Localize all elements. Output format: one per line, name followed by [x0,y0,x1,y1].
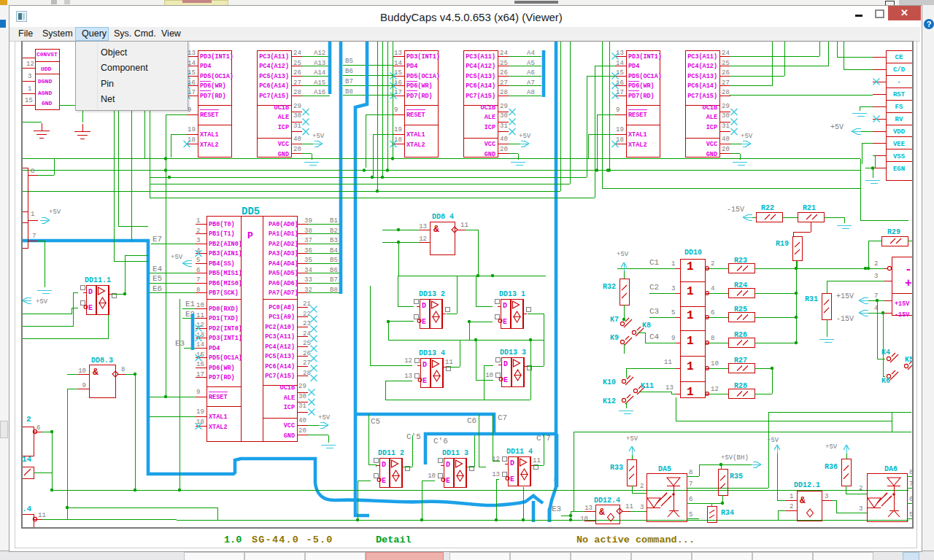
svg-text:13: 13 [394,50,402,57]
svg-text:PC6(A14): PC6(A14) [687,82,717,90]
svg-text:12: 12 [711,386,719,393]
svg-text:PB2(AIN0): PB2(AIN0) [209,241,242,248]
svg-text:DD13 1: DD13 1 [499,290,525,298]
svg-text:XTAL2: XTAL2 [209,424,228,431]
svg-text:PA0(AD0): PA0(AD0) [269,221,298,228]
svg-text:-15V: -15V [727,206,744,214]
svg-text:24: 24 [293,50,301,57]
svg-text:3: 3 [196,237,200,244]
svg-text:17: 17 [188,89,196,96]
svg-text:C2: C2 [649,283,659,292]
svg-text:13: 13 [584,505,593,512]
svg-text:2: 2 [874,260,878,268]
svg-text:+5V(BH): +5V(BH) [721,454,749,462]
svg-text:6: 6 [689,496,692,503]
svg-text:PD3(INT1): PD3(INT1) [200,53,234,61]
svg-text:PD7(RD): PD7(RD) [209,374,235,381]
svg-text:K8: K8 [642,322,651,330]
svg-text:20: 20 [500,146,508,153]
svg-text:29: 29 [293,103,301,110]
svg-text:ALE: ALE [706,114,717,121]
svg-text:RESET: RESET [200,112,219,119]
svg-text:B7: B7 [345,78,353,85]
svg-text:R19: R19 [776,240,789,248]
svg-text:PB0(T0): PB0(T0) [209,221,235,228]
svg-text:GND: GND [485,151,495,158]
svg-text:DD8.3: DD8.3 [91,357,113,365]
svg-text:VCC: VCC [706,141,717,148]
svg-text:C6: C6 [467,416,476,425]
svg-text:16: 16 [188,79,196,87]
svg-text:+5V: +5V [519,133,531,140]
svg-text:8: 8 [196,287,200,294]
svg-text:E: E [510,475,514,483]
svg-text:C/D: C/D [893,66,906,74]
svg-text:14: 14 [188,60,196,67]
svg-text:2: 2 [859,485,862,492]
svg-text:12: 12 [26,61,34,68]
svg-text:11: 11 [196,312,204,319]
svg-text:A15: A15 [314,79,325,87]
svg-text:A13: A13 [314,60,325,67]
svg-text:26: 26 [303,350,311,357]
svg-text:1: 1 [196,217,200,225]
svg-text:31: 31 [293,122,301,130]
svg-text:PD3(INT1): PD3(INT1) [406,53,440,61]
svg-text:13: 13 [665,384,674,392]
svg-text:B8: B8 [330,287,338,294]
svg-text:11: 11 [533,457,541,464]
svg-text:30: 30 [298,393,306,400]
svg-text:5: 5 [909,511,912,518]
svg-text:7: 7 [689,481,692,488]
svg-text:19: 19 [616,126,624,133]
svg-text:D: D [88,288,93,296]
svg-text:-: - [905,263,912,276]
svg-text:39: 39 [304,217,312,225]
svg-text:25: 25 [500,60,508,67]
svg-text:10: 10 [196,302,204,309]
svg-text:+15V: +15V [836,292,854,300]
svg-text:B6: B6 [345,68,353,75]
svg-text:2: 2 [790,503,793,510]
svg-text:24: 24 [500,50,508,57]
svg-text:PD4: PD4 [406,63,417,70]
svg-text:PC6(A14): PC6(A14) [259,82,289,90]
svg-text:22: 22 [303,311,311,318]
svg-text:26: 26 [293,69,301,77]
svg-text:DD8 4: DD8 4 [432,213,454,221]
svg-text:PC3(A11): PC3(A11) [265,333,295,341]
svg-text:DD13 4: DD13 4 [419,349,445,357]
svg-text:1: 1 [687,360,694,373]
svg-text:12: 12 [404,357,412,365]
svg-text:PC4(A12): PC4(A12) [259,63,289,70]
svg-text:C4: C4 [649,332,660,341]
svg-text:OC1B: OC1B [280,384,295,392]
svg-text:&: & [93,367,99,378]
svg-text:E: E [422,318,426,326]
svg-text:20: 20 [293,146,301,153]
svg-text:PC5(A13): PC5(A13) [466,73,495,80]
svg-text:.4: .4 [23,505,32,513]
svg-text:C'5: C'5 [406,432,421,441]
svg-text:EGN: EGN [893,166,905,173]
svg-text:25: 25 [722,60,730,67]
svg-text:VCC: VCC [284,422,295,429]
svg-text:R29: R29 [887,228,900,236]
svg-text:11: 11 [625,503,633,510]
svg-text:VCC: VCC [278,141,289,148]
svg-text:3: 3 [671,285,675,292]
svg-text:+5V: +5V [171,254,183,261]
svg-text:E: E [446,477,450,485]
svg-text:5: 5 [196,257,200,264]
svg-text:PB5(MIS1): PB5(MIS1) [209,270,242,277]
svg-text:D: D [422,361,427,369]
svg-text:12: 12 [419,236,427,243]
svg-text:-: - [897,79,900,86]
svg-text:17: 17 [616,89,624,96]
svg-text:&: & [433,224,439,235]
svg-text:1: 1 [687,309,694,322]
svg-text:2: 2 [711,260,714,268]
svg-text:27: 27 [293,79,301,87]
svg-text:3: 3 [825,493,828,500]
svg-text:A6: A6 [527,69,535,77]
